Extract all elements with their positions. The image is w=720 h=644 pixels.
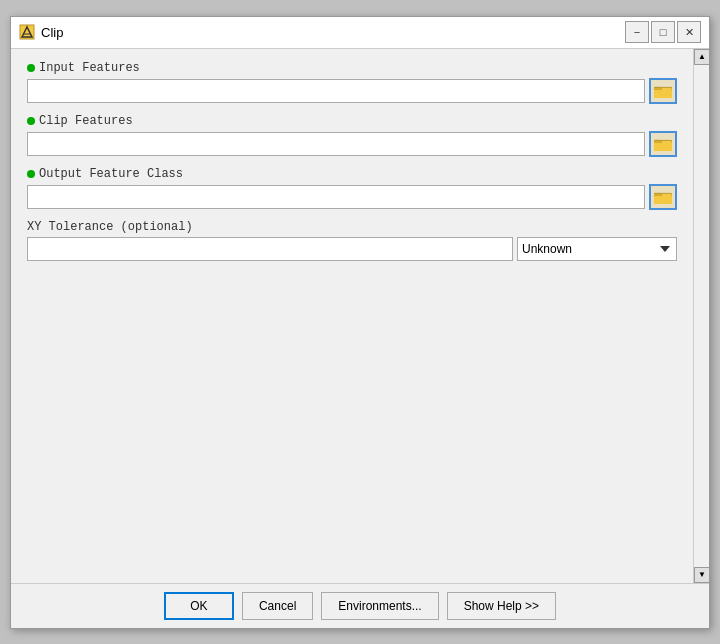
scroll-up-button[interactable]: ▲ — [694, 49, 710, 65]
title-bar-left: Clip — [19, 24, 63, 40]
folder-icon — [654, 84, 672, 98]
show-help-button[interactable]: Show Help >> — [447, 592, 556, 620]
window-body: Input Features — [11, 49, 709, 583]
scrollbar-track — [694, 65, 709, 567]
xy-tolerance-unit-select[interactable]: Unknown Meters Feet Kilometers Miles — [517, 237, 677, 261]
main-content: Input Features — [11, 49, 693, 583]
output-feature-class-label: Output Feature Class — [27, 167, 677, 181]
close-button[interactable]: ✕ — [677, 21, 701, 43]
environments-button[interactable]: Environments... — [321, 592, 438, 620]
clip-features-input[interactable] — [27, 132, 645, 156]
input-features-input[interactable] — [27, 79, 645, 103]
clip-features-label: Clip Features — [27, 114, 677, 128]
window-title: Clip — [41, 25, 63, 40]
clip-tool-icon — [19, 24, 35, 40]
folder-icon-3 — [654, 190, 672, 204]
cancel-button[interactable]: Cancel — [242, 592, 313, 620]
clip-features-group: Clip Features — [27, 114, 677, 157]
xy-tolerance-input[interactable] — [27, 237, 513, 261]
svg-rect-8 — [655, 141, 661, 143]
title-bar: Clip − □ ✕ — [11, 17, 709, 49]
footer: OK Cancel Environments... Show Help >> — [11, 583, 709, 628]
clip-features-required-dot — [27, 117, 35, 125]
input-features-group: Input Features — [27, 61, 677, 104]
xy-tolerance-label: XY Tolerance (optional) — [27, 220, 677, 234]
scrollbar: ▲ ▼ — [693, 49, 709, 583]
minimize-button[interactable]: − — [625, 21, 649, 43]
folder-icon-2 — [654, 137, 672, 151]
xy-tolerance-row: Unknown Meters Feet Kilometers Miles — [27, 237, 677, 261]
xy-tolerance-group: XY Tolerance (optional) Unknown Meters F… — [27, 220, 677, 261]
ok-button[interactable]: OK — [164, 592, 234, 620]
output-feature-class-input[interactable] — [27, 185, 645, 209]
output-feature-class-browse-button[interactable] — [649, 184, 677, 210]
input-features-label: Input Features — [27, 61, 677, 75]
title-bar-controls: − □ ✕ — [625, 21, 701, 43]
svg-rect-5 — [655, 88, 661, 90]
svg-rect-11 — [655, 194, 661, 196]
output-feature-class-required-dot — [27, 170, 35, 178]
input-features-row — [27, 78, 677, 104]
clip-features-row — [27, 131, 677, 157]
scroll-down-button[interactable]: ▼ — [694, 567, 710, 583]
maximize-button[interactable]: □ — [651, 21, 675, 43]
input-features-required-dot — [27, 64, 35, 72]
clip-dialog: Clip − □ ✕ Input Features — [10, 16, 710, 629]
input-features-browse-button[interactable] — [649, 78, 677, 104]
content-area — [27, 271, 677, 571]
output-feature-class-group: Output Feature Class — [27, 167, 677, 210]
clip-features-browse-button[interactable] — [649, 131, 677, 157]
output-feature-class-row — [27, 184, 677, 210]
